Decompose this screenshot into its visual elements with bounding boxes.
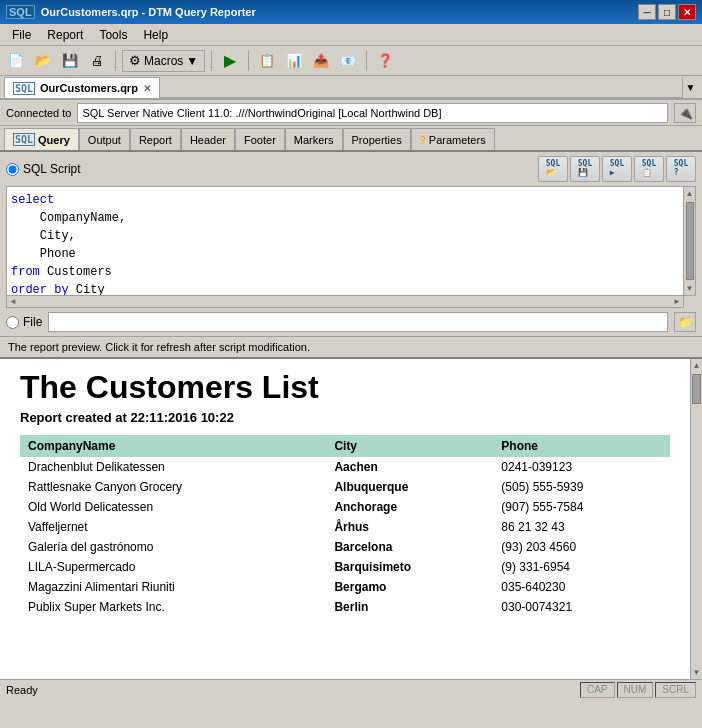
document-tabs: SQL OurCustomers.qrp ✕ ▼ <box>0 76 702 100</box>
table-cell: Publix Super Markets Inc. <box>20 597 326 617</box>
sql-script-label: SQL Script <box>23 162 81 176</box>
tab-markers[interactable]: Markers <box>285 128 343 150</box>
table-cell: (505) 555-5939 <box>493 477 670 497</box>
sql-open-button[interactable]: SQL📂 <box>538 156 568 182</box>
tab-output[interactable]: Output <box>79 128 130 150</box>
tab-query-label: Query <box>38 134 70 146</box>
table-cell: Barcelona <box>326 537 493 557</box>
sql-editor-hscrollbar[interactable]: ◄ ► <box>6 296 684 308</box>
table-cell: 86 21 32 43 <box>493 517 670 537</box>
sql-copy-button[interactable]: SQL📋 <box>634 156 664 182</box>
doc-tab-label: OurCustomers.qrp <box>40 82 138 94</box>
save-button[interactable]: 💾 <box>58 50 82 72</box>
doc-tab-ourcustomers[interactable]: SQL OurCustomers.qrp ✕ <box>4 77 160 98</box>
doc-tab-close-button[interactable]: ✕ <box>143 83 151 94</box>
connection-bar: Connected to SQL Server Native Client 11… <box>0 100 702 126</box>
menu-report[interactable]: Report <box>39 26 91 44</box>
table-cell: (907) 555-7584 <box>493 497 670 517</box>
table-row: Rattlesnake Canyon GroceryAlbuquerque(50… <box>20 477 670 497</box>
connection-label: Connected to <box>6 107 71 119</box>
table-cell: Drachenblut Delikatessen <box>20 457 326 477</box>
macros-arrow-icon: ▼ <box>186 54 198 68</box>
sql-editor-scrollbar[interactable]: ▲ ▼ <box>684 186 696 296</box>
status-indicators: CAP NUM SCRL <box>580 682 696 698</box>
file-input[interactable] <box>48 312 668 332</box>
table-cell: 035-640230 <box>493 577 670 597</box>
sql-script-radio-label[interactable]: SQL Script <box>6 162 81 176</box>
table-cell: Vaffeljernet <box>20 517 326 537</box>
table-cell: Berlin <box>326 597 493 617</box>
table-row: Galería del gastrónomoBarcelona(93) 203 … <box>20 537 670 557</box>
export-report-button[interactable]: 📊 <box>282 50 306 72</box>
report-scrollbar-thumb[interactable] <box>692 374 701 404</box>
minimize-button[interactable]: ─ <box>638 4 656 20</box>
report-subtitle: Report created at 22:11:2016 10:22 <box>20 410 670 425</box>
num-indicator: NUM <box>617 682 654 698</box>
tab-parameters[interactable]: ? Parameters <box>411 128 495 150</box>
report-preview-container: The Customers List Report created at 22:… <box>0 359 702 679</box>
email-button[interactable]: 📧 <box>336 50 360 72</box>
tab-query-icon: SQL <box>13 133 35 146</box>
report-scrollbar[interactable]: ▲ ▼ <box>690 359 702 679</box>
help-button[interactable]: ❓ <box>373 50 397 72</box>
report-preview[interactable]: The Customers List Report created at 22:… <box>0 359 690 679</box>
table-cell: LILA-Supermercado <box>20 557 326 577</box>
table-cell: Anchorage <box>326 497 493 517</box>
file-radio-label[interactable]: File <box>6 315 42 329</box>
table-cell: Magazzini Alimentari Riuniti <box>20 577 326 597</box>
table-cell: (93) 203 4560 <box>493 537 670 557</box>
table-cell: Århus <box>326 517 493 537</box>
file-row: File 📁 <box>6 312 696 332</box>
table-cell: Galería del gastrónomo <box>20 537 326 557</box>
table-cell: Rattlesnake Canyon Grocery <box>20 477 326 497</box>
report-hint-text: The report preview. Click it for refresh… <box>8 341 310 353</box>
sql-save-button[interactable]: SQL💾 <box>570 156 600 182</box>
table-cell: 0241-039123 <box>493 457 670 477</box>
tab-footer[interactable]: Footer <box>235 128 285 150</box>
toolbar-separator-1 <box>115 51 116 71</box>
sql-run-button[interactable]: SQL▶ <box>602 156 632 182</box>
tab-scroll-right[interactable]: ▼ <box>682 77 698 98</box>
table-cell: Bergamo <box>326 577 493 597</box>
table-cell: Albuquerque <box>326 477 493 497</box>
open-button[interactable]: 📂 <box>31 50 55 72</box>
new-button[interactable]: 📄 <box>4 50 28 72</box>
sql-editor[interactable]: select CompanyName, City, Phone from Cus… <box>6 186 684 296</box>
file-browse-button[interactable]: 📁 <box>674 312 696 332</box>
toolbar: 📄 📂 💾 🖨 ⚙ Macros ▼ ▶ 📋 📊 📤 📧 ❓ <box>0 46 702 76</box>
tab-report-label: Report <box>139 134 172 146</box>
menu-tools[interactable]: Tools <box>91 26 135 44</box>
sql-help-button[interactable]: SQL? <box>666 156 696 182</box>
file-radio[interactable] <box>6 316 19 329</box>
tab-parameters-label: Parameters <box>429 134 486 146</box>
tab-report[interactable]: Report <box>130 128 181 150</box>
tab-query[interactable]: SQL Query <box>4 128 79 150</box>
file-label: File <box>23 315 42 329</box>
macros-label: Macros <box>144 54 183 68</box>
export-grid-button[interactable]: 📋 <box>255 50 279 72</box>
table-cell: Aachen <box>326 457 493 477</box>
print-button[interactable]: 🖨 <box>85 50 109 72</box>
sql-script-radio[interactable] <box>6 163 19 176</box>
close-button[interactable]: ✕ <box>678 4 696 20</box>
tab-header[interactable]: Header <box>181 128 235 150</box>
menu-file[interactable]: File <box>4 26 39 44</box>
content-tabs: SQL Query Output Report Header Footer Ma… <box>0 126 702 152</box>
table-row: Magazzini Alimentari RiunitiBergamo035-6… <box>20 577 670 597</box>
macros-dropdown[interactable]: ⚙ Macros ▼ <box>122 50 205 72</box>
col-company-name: CompanyName <box>20 435 326 457</box>
send-button[interactable]: 📤 <box>309 50 333 72</box>
col-phone: Phone <box>493 435 670 457</box>
connection-value: SQL Server Native Client 11.0: .///North… <box>77 103 668 123</box>
menu-help[interactable]: Help <box>135 26 176 44</box>
tab-footer-label: Footer <box>244 134 276 146</box>
table-header-row: CompanyName City Phone <box>20 435 670 457</box>
maximize-button[interactable]: □ <box>658 4 676 20</box>
tab-properties-label: Properties <box>352 134 402 146</box>
connection-refresh-button[interactable]: 🔌 <box>674 103 696 123</box>
run-button[interactable]: ▶ <box>218 50 242 72</box>
report-title: The Customers List <box>20 369 670 406</box>
tab-properties[interactable]: Properties <box>343 128 411 150</box>
table-cell: 030-0074321 <box>493 597 670 617</box>
report-hint[interactable]: The report preview. Click it for refresh… <box>0 336 702 359</box>
